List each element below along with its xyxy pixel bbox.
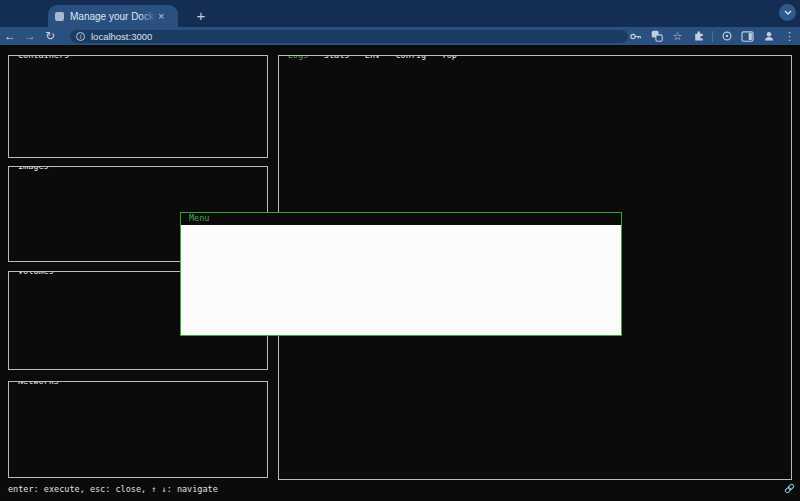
logs-panel-tabs[interactable]: Logs ─ Stats ─ Env ─ Config ─ Top	[285, 55, 460, 60]
password-key-icon[interactable]	[625, 27, 646, 45]
tab-close-icon[interactable]: ×	[158, 11, 164, 22]
browser-toolbar: ← → ↻ i localhost:3000 ☆	[0, 27, 800, 45]
tab-logs[interactable]: Logs	[288, 55, 308, 60]
url-text: localhost:3000	[91, 31, 152, 42]
browser-tab[interactable]: Manage your Docker fleet wi ×	[48, 5, 178, 27]
reload-icon[interactable]: ↻	[40, 27, 60, 45]
containers-panel: Containers	[8, 55, 268, 158]
minimize-window-button[interactable]	[25, 10, 33, 18]
screen: Manage your Docker fleet wi × + ← → ↻ i …	[0, 0, 800, 501]
new-tab-button[interactable]: +	[190, 5, 212, 27]
networks-panel-title: Networks	[15, 381, 62, 386]
status-bar: enter: execute, esc: close, ↑ ↓: navigat…	[8, 484, 218, 494]
browser-tab-strip: Manage your Docker fleet wi × +	[0, 0, 800, 27]
menu-title: Menu	[181, 213, 621, 225]
containers-panel-title: Containers	[15, 55, 72, 60]
maximize-window-button[interactable]	[39, 10, 47, 18]
forward-icon[interactable]: →	[20, 27, 40, 45]
tab-favicon-icon	[55, 12, 64, 21]
browser-menu-dots-icon[interactable]: ⋮	[779, 27, 800, 45]
terminal-page: Containers Images Volumes Networks Logs …	[0, 45, 800, 501]
window-controls	[11, 10, 47, 18]
site-info-icon[interactable]: i	[76, 32, 85, 41]
toolbar-divider	[712, 31, 713, 42]
volumes-panel-title: Volumes	[15, 271, 57, 276]
tab-title: Manage your Docker fleet wi	[70, 11, 156, 22]
profile-avatar[interactable]	[758, 27, 779, 45]
images-panel-title: Images	[15, 166, 52, 171]
close-window-button[interactable]	[11, 10, 19, 18]
logs-other-tabs[interactable]: ─ Stats ─ Env ─ Config ─ Top	[308, 55, 456, 60]
connection-link-icon	[784, 483, 795, 494]
back-icon[interactable]: ←	[0, 27, 20, 45]
side-panel-icon[interactable]	[737, 27, 758, 45]
container-action-menu: Menu	[180, 212, 622, 336]
address-bar[interactable]: i localhost:3000	[70, 30, 628, 43]
networks-panel: Networks	[8, 381, 268, 478]
chrome-labs-icon[interactable]	[716, 27, 737, 45]
bookmark-star-icon[interactable]: ☆	[667, 27, 688, 45]
translate-icon[interactable]	[646, 27, 667, 45]
extensions-puzzle-icon[interactable]	[688, 27, 709, 45]
tab-search-chevron-icon[interactable]	[779, 4, 796, 21]
